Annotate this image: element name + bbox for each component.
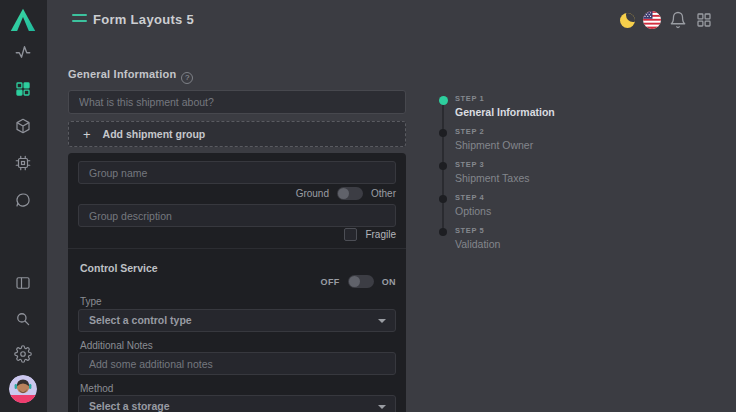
app-logo-icon[interactable] <box>10 8 36 32</box>
method-label: Method <box>80 383 113 394</box>
step-3-dot <box>439 162 447 170</box>
off-label: OFF <box>320 277 339 287</box>
toggle-knob <box>349 276 360 287</box>
off-on-toggle[interactable] <box>348 275 374 288</box>
stepper-step-5[interactable]: STEP 5 Validation <box>455 226 605 250</box>
ground-other-toggle[interactable] <box>337 187 363 200</box>
card-divider <box>68 248 406 249</box>
off-on-toggle-row: OFF ON <box>320 275 396 288</box>
stepper-step-1[interactable]: STEP 1 General Information <box>455 94 605 118</box>
apps-grid-icon[interactable] <box>695 11 713 29</box>
ground-other-toggle-row: Ground Other <box>296 187 396 200</box>
stepper-step-2[interactable]: STEP 2 Shipment Owner <box>455 127 605 151</box>
sidebar-toggle-layout-icon[interactable] <box>14 274 32 292</box>
on-label: ON <box>382 277 396 287</box>
other-label: Other <box>371 188 396 199</box>
section-heading-general-information: General Information? <box>68 68 193 84</box>
shipment-group-card: Ground Other Fragile Control Service OFF… <box>68 153 406 412</box>
control-service-heading: Control Service <box>80 262 158 274</box>
sidebar-item-layouts-grid[interactable] <box>14 80 32 98</box>
additional-notes-label: Additional Notes <box>80 340 153 351</box>
help-icon[interactable]: ? <box>181 72 193 84</box>
menu-hamburger-icon[interactable] <box>72 14 87 26</box>
language-flag-us-icon[interactable] <box>643 11 661 29</box>
step-5-dot <box>439 228 447 236</box>
sidebar-item-cube[interactable] <box>14 117 32 135</box>
group-description-input[interactable] <box>78 204 396 227</box>
stepper-step-4[interactable]: STEP 4 Options <box>455 193 605 217</box>
chevron-down-icon <box>378 405 386 409</box>
additional-notes-input[interactable] <box>78 352 396 375</box>
group-name-input[interactable] <box>78 161 396 184</box>
top-header: Form Layouts 5 <box>47 0 736 40</box>
fragile-checkbox[interactable] <box>344 228 357 241</box>
sidebar-item-activity[interactable] <box>14 43 32 61</box>
fragile-row: Fragile <box>344 228 396 241</box>
plus-icon: + <box>83 127 91 142</box>
step-1-dot <box>439 96 448 105</box>
step-4-dot <box>439 195 447 203</box>
user-avatar[interactable] <box>9 375 37 403</box>
control-type-select[interactable]: Select a control type <box>78 309 396 332</box>
chevron-down-icon <box>378 319 386 323</box>
page-title: Form Layouts 5 <box>93 12 194 27</box>
fragile-label: Fragile <box>365 229 396 240</box>
sidebar-search-icon[interactable] <box>14 310 32 328</box>
dark-mode-moon-icon[interactable] <box>620 13 635 28</box>
type-label: Type <box>80 296 102 307</box>
shipment-about-input[interactable] <box>68 90 406 114</box>
sidebar-settings-gear-icon[interactable] <box>14 345 32 363</box>
stepper-step-3[interactable]: STEP 3 Shipment Taxes <box>455 160 605 184</box>
notifications-bell-icon[interactable] <box>669 11 687 29</box>
add-shipment-group-button[interactable]: +Add shipment group <box>68 121 406 147</box>
storage-method-select[interactable]: Select a storage <box>78 395 396 412</box>
app-window: Form Layouts 5 <box>0 0 736 412</box>
sidebar-item-cpu[interactable] <box>14 154 32 172</box>
step-2-dot <box>439 129 447 137</box>
sidebar-item-messages[interactable] <box>14 191 32 209</box>
ground-label: Ground <box>296 188 329 199</box>
sidebar <box>0 0 47 412</box>
toggle-knob <box>338 188 349 199</box>
